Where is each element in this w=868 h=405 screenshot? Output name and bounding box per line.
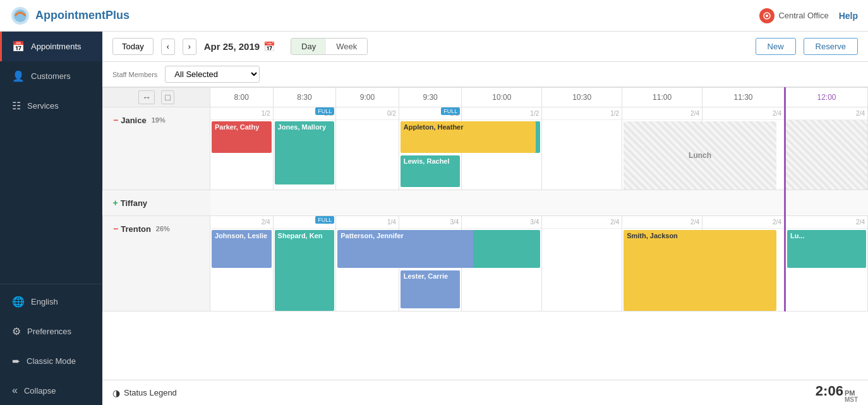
logo-icon (10, 6, 30, 26)
week-view-button[interactable]: Week (326, 39, 367, 54)
tiffany-expand-btn[interactable]: + (113, 198, 118, 208)
janice-slot-1130[interactable]: 2/4 (702, 107, 785, 190)
tiffany-row: + Tiffany (103, 190, 868, 216)
calendar-table: ↔ □ 8:00 8:30 9:00 9:30 10:00 10:30 11:0… (102, 87, 868, 311)
sidebar-item-appointments-label: Appointments (31, 42, 81, 51)
tiffany-slot-1100[interactable] (622, 190, 702, 216)
sidebar-item-appointments[interactable]: 📅 Appointments (0, 32, 102, 61)
customers-icon: 👤 (12, 70, 25, 82)
status-legend-label: Status Legend (124, 388, 177, 397)
janice-slot-1100[interactable]: 2/4 Lunch (622, 107, 702, 190)
central-office-label: Central Office (778, 11, 828, 20)
clock-tz-label: MST (845, 397, 858, 403)
grid-collapse-icon[interactable]: ↔ (138, 90, 155, 104)
appt-parker-cathy[interactable]: Parker, Cathy (212, 121, 272, 153)
time-11-00: 11:00 (622, 88, 702, 107)
tiffany-slot-930[interactable] (399, 190, 462, 216)
appt-lester-carrie[interactable]: Lester, Carrie (401, 270, 461, 308)
reserve-button[interactable]: Reserve (804, 38, 858, 55)
appt-shepard-ken[interactable]: Shepard, Ken (275, 230, 335, 311)
sidebar-item-classic-mode[interactable]: ➨ Classic Mode (0, 346, 102, 376)
janice-slot-1030[interactable]: 1/2 (542, 107, 622, 190)
tiffany-slot-1130[interactable] (702, 190, 785, 216)
svg-point-4 (766, 15, 768, 17)
clock-time: 2:06 (816, 383, 843, 399)
tiffany-slot-800[interactable] (210, 190, 274, 216)
time-9-30: 9:30 (399, 88, 462, 107)
sidebar-item-classic-mode-label: Classic Mode (27, 356, 76, 366)
trenton-slot-830[interactable]: 4/4FULL Shepard, Ken (273, 216, 336, 311)
prev-button[interactable]: ‹ (161, 39, 175, 55)
appt-appleton-heather[interactable]: Appleton, Heather (401, 121, 536, 153)
trenton-collapse-btn[interactable]: − (113, 224, 118, 234)
help-link[interactable]: Help (839, 11, 858, 21)
janice-collapse-btn[interactable]: − (113, 115, 118, 125)
tiffany-slot-1030[interactable] (542, 190, 622, 216)
calendar-icon[interactable]: 📅 (263, 41, 275, 52)
janice-slot-930[interactable]: 2/2FULL Appleton, Heather Lewis, Rachel (399, 107, 462, 190)
tiffany-label-cell: + Tiffany (103, 190, 210, 216)
sidebar-item-english-label: English (31, 297, 58, 306)
view-toggle: Day Week (291, 38, 368, 55)
sidebar-item-english[interactable]: 🌐 English (0, 287, 102, 317)
trenton-label-cell: − Trenton 26% (103, 216, 210, 311)
staff-label: Staff Members (112, 71, 157, 78)
trenton-row: − Trenton 26% 2/4 Johnson, Leslie (103, 216, 868, 311)
clock-ampm-label: PM (845, 390, 858, 397)
new-button[interactable]: New (756, 38, 796, 55)
central-office[interactable]: Central Office (759, 8, 828, 23)
next-button[interactable]: › (183, 39, 196, 55)
legend-icon: ◑ (112, 388, 120, 398)
sidebar-item-services[interactable]: ☷ Services (0, 91, 102, 121)
sidebar: 📅 Appointments 👤 Customers ☷ Services 🌐 … (0, 32, 102, 405)
sidebar-item-collapse[interactable]: « Collapse (0, 376, 102, 405)
tiffany-slot-1000[interactable] (462, 190, 542, 216)
time-11-30: 11:30 (702, 88, 785, 107)
appointments-icon: 📅 (12, 40, 25, 52)
tiffany-name: Tiffany (121, 198, 147, 208)
appt-lewis-rachel[interactable]: Lewis, Rachel (401, 155, 461, 187)
time-9-00: 9:00 (336, 88, 399, 107)
date-text: Apr 25, 2019 (204, 41, 260, 52)
janice-slot-800[interactable]: 1/2 Parker, Cathy (210, 107, 274, 190)
sidebar-item-customers[interactable]: 👤 Customers (0, 61, 102, 91)
app-logo[interactable]: AppointmentPlus (10, 6, 130, 26)
appt-jones-mallory[interactable]: Jones, Mallory (275, 121, 335, 184)
clock: 2:06 PM MST (816, 383, 858, 403)
appt-patterson-jennifer[interactable]: Patterson, Jennifer (337, 230, 473, 268)
tiffany-slot-1200[interactable] (785, 190, 867, 216)
appt-johnson-leslie[interactable]: Johnson, Leslie (212, 230, 272, 268)
classic-mode-icon: ➨ (12, 355, 20, 367)
staff-select[interactable]: All Selected (165, 66, 260, 83)
status-legend[interactable]: ◑ Status Legend (112, 388, 177, 398)
english-icon: 🌐 (12, 296, 25, 308)
appt-smith-jackson[interactable]: Smith, Jackson (624, 230, 776, 311)
time-10-00: 10:00 (462, 88, 542, 107)
tiffany-slot-830[interactable] (273, 190, 336, 216)
trenton-slot-900[interactable]: 1/4 Patterson, Jennifer (336, 216, 399, 311)
appt-lu[interactable]: Lu... (787, 230, 866, 268)
sidebar-item-customers-label: Customers (31, 71, 71, 81)
today-button[interactable]: Today (112, 38, 154, 55)
grid-expand-icon[interactable]: □ (161, 90, 174, 104)
time-10-30: 10:30 (542, 88, 622, 107)
sidebar-item-preferences[interactable]: ⚙ Preferences (0, 317, 102, 346)
staff-bar: Staff Members All Selected (102, 62, 868, 87)
preferences-icon: ⚙ (12, 325, 21, 337)
janice-label-cell: − Janice 19% (103, 107, 210, 190)
trenton-slot-1030[interactable]: 2/4 (542, 216, 622, 311)
tiffany-slot-900[interactable] (336, 190, 399, 216)
day-view-button[interactable]: Day (291, 39, 326, 54)
janice-slot-1200[interactable]: 2/4 (785, 107, 867, 190)
sidebar-item-preferences-label: Preferences (27, 327, 71, 336)
toolbar: Today ‹ › Apr 25, 2019 📅 Day Week New Re… (102, 32, 868, 62)
sidebar-item-services-label: Services (27, 101, 59, 111)
janice-slot-900[interactable]: 0/2 (336, 107, 399, 190)
topbar-right: Central Office Help (759, 8, 858, 23)
clock-ampm: PM MST (845, 390, 858, 403)
trenton-slot-1100[interactable]: 2/4 Smith, Jackson (622, 216, 702, 311)
trenton-slot-1200[interactable]: 2/4 Lu... (785, 216, 867, 311)
janice-slot-830[interactable]: 2/2FULL Jones, Mallory (273, 107, 336, 190)
services-icon: ☷ (12, 100, 21, 112)
trenton-slot-800[interactable]: 2/4 Johnson, Leslie (210, 216, 274, 311)
